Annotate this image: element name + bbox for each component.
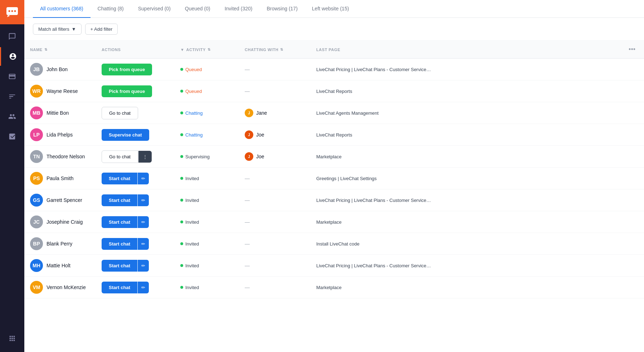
- sidebar-item-apps[interactable]: [8, 329, 16, 348]
- tab-left[interactable]: Left website (15): [305, 0, 356, 18]
- no-agent: —: [245, 263, 250, 268]
- last-page-text: LiveChat Pricing | LiveChat Plans - Cust…: [316, 67, 431, 72]
- pick-from-queue-button[interactable]: Pick from queue: [102, 64, 152, 75]
- last-page-cell: LiveChat Pricing | LiveChat Plans - Cust…: [311, 189, 620, 211]
- last-page-text: LiveChat Agents Management: [316, 110, 379, 116]
- go-to-chat-button[interactable]: Go to chat: [102, 107, 138, 119]
- start-chat-button[interactable]: Start chat: [102, 282, 137, 293]
- edit-chat-button[interactable]: ✏: [138, 216, 149, 228]
- action-cell: Start chat ✏: [96, 211, 175, 233]
- no-agent: —: [245, 241, 250, 247]
- goto-extra-button[interactable]: ⋮: [138, 151, 152, 163]
- activity-label: Invited: [185, 285, 199, 290]
- customer-name[interactable]: Blank Perry: [47, 241, 72, 247]
- customer-name[interactable]: Wayne Reese: [47, 88, 78, 94]
- more-options-button[interactable]: •••: [626, 44, 638, 55]
- agent-name: Joe: [256, 154, 264, 159]
- chatting-with-cell: J Jane: [239, 102, 311, 124]
- name-cell: BP Blank Perry: [24, 233, 96, 255]
- supervise-chat-button[interactable]: Supervise chat: [102, 129, 149, 141]
- edit-chat-button[interactable]: ✏: [138, 173, 149, 184]
- customer-name[interactable]: Mittie Bon: [47, 110, 69, 116]
- status-dot: [180, 68, 183, 71]
- activity-status: Invited: [180, 241, 233, 247]
- chatting-with-cell: —: [239, 189, 311, 211]
- activity-cell: Invited: [175, 189, 239, 211]
- no-agent: —: [245, 284, 250, 290]
- tab-queued[interactable]: Queued (0): [178, 0, 218, 18]
- row-extra-cell: [620, 189, 644, 211]
- name-cell: LP Lida Phelps: [24, 124, 96, 146]
- customer-name[interactable]: Theodore Nelson: [47, 154, 85, 159]
- customer-name[interactable]: Mattie Holt: [47, 263, 70, 268]
- customer-name[interactable]: Vernon McKenzie: [47, 284, 86, 290]
- agent-avatar: J: [245, 152, 253, 161]
- tab-chatting[interactable]: Chatting (8): [91, 0, 131, 18]
- edit-chat-button[interactable]: ✏: [138, 282, 149, 293]
- activity-status: Supervising: [180, 154, 233, 159]
- edit-chat-button[interactable]: ✏: [138, 260, 149, 272]
- start-chat-button[interactable]: Start chat: [102, 194, 137, 206]
- customer-name[interactable]: Garrett Spencer: [47, 197, 82, 203]
- sidebar-item-customers[interactable]: [0, 47, 24, 66]
- name-cell: MB Mittie Bon: [24, 102, 96, 124]
- action-cell: Start chat ✏: [96, 168, 175, 189]
- tab-invited[interactable]: Invited (320): [218, 0, 260, 18]
- name-cell: MH Mattie Holt: [24, 255, 96, 277]
- tab-all[interactable]: All customers (368): [33, 0, 91, 18]
- tickets-icon: [8, 73, 16, 80]
- table-row: PS Paula Smith Start chat ✏ Invited —Gre…: [24, 168, 644, 189]
- name-sort-icon[interactable]: ⇅: [44, 48, 48, 51]
- match-filter-button[interactable]: Match all filters ▼: [33, 24, 82, 35]
- start-chat-button[interactable]: Start chat: [102, 216, 137, 228]
- svg-point-1: [9, 10, 10, 12]
- chatting-with-cell: —: [239, 233, 311, 255]
- activity-cell: Invited: [175, 211, 239, 233]
- sidebar-item-chat[interactable]: [0, 27, 24, 46]
- agent-avatar: J: [245, 109, 253, 117]
- activity-cell: Invited: [175, 168, 239, 189]
- customer-name[interactable]: Paula Smith: [47, 175, 73, 181]
- activity-cell: Queued: [175, 80, 239, 102]
- last-page-text: Marketplace: [316, 285, 342, 290]
- sidebar-item-reports[interactable]: [0, 127, 24, 146]
- last-page-text: LiveChat Pricing | LiveChat Plans - Cust…: [316, 198, 431, 203]
- add-filter-button[interactable]: + Add filter: [85, 24, 118, 35]
- start-chat-button[interactable]: Start chat: [102, 238, 137, 250]
- agent-name: Joe: [256, 132, 264, 138]
- sidebar-item-tickets[interactable]: [0, 67, 24, 86]
- activity-sort-icon2[interactable]: ⇅: [208, 48, 211, 51]
- sidebar-item-team[interactable]: [0, 107, 24, 126]
- customer-name[interactable]: Lida Phelps: [47, 132, 73, 138]
- sidebar-logo[interactable]: [0, 0, 24, 24]
- table-row: WR Wayne Reese Pick from queue Queued —L…: [24, 80, 644, 102]
- agent-cell: J Jane: [245, 109, 305, 117]
- start-chat-group: Start chat ✏: [102, 194, 169, 206]
- activity-cell: Chatting: [175, 102, 239, 124]
- table-row: LP Lida Phelps Supervise chat Chatting J…: [24, 124, 644, 146]
- tab-browsing[interactable]: Browsing (17): [259, 0, 304, 18]
- go-to-chat-button[interactable]: Go to chat: [102, 150, 138, 163]
- table-row: GS Garrett Spencer Start chat ✏ Invited …: [24, 189, 644, 211]
- edit-chat-button[interactable]: ✏: [138, 194, 149, 206]
- edit-chat-button[interactable]: ✏: [138, 238, 149, 250]
- start-chat-group: Start chat ✏: [102, 238, 169, 250]
- col-activity: ▼ ACTIVITY ⇅: [175, 41, 239, 59]
- agent-avatar: J: [245, 130, 253, 139]
- last-page-cell: Greetings | LiveChat Settings: [311, 168, 620, 189]
- start-chat-button[interactable]: Start chat: [102, 173, 137, 184]
- activity-label: Supervising: [185, 154, 210, 159]
- activity-cell: Queued: [175, 59, 239, 80]
- avatar: MH: [30, 259, 43, 272]
- customer-name[interactable]: John Bon: [47, 66, 68, 72]
- pick-from-queue-button[interactable]: Pick from queue: [102, 85, 152, 97]
- tab-supervised[interactable]: Supervised (0): [131, 0, 178, 18]
- customer-name[interactable]: Josephine Craig: [47, 219, 83, 225]
- start-chat-button[interactable]: Start chat: [102, 260, 137, 272]
- status-dot: [180, 220, 183, 223]
- goto-dark-group: Go to chat ⋮: [102, 150, 169, 163]
- last-page-text: Greetings | LiveChat Settings: [316, 176, 377, 181]
- main-content: All customers (368)Chatting (8)Supervise…: [24, 0, 644, 352]
- sidebar-item-campaigns[interactable]: [0, 87, 24, 106]
- chatting-sort-icon[interactable]: ⇅: [280, 48, 283, 51]
